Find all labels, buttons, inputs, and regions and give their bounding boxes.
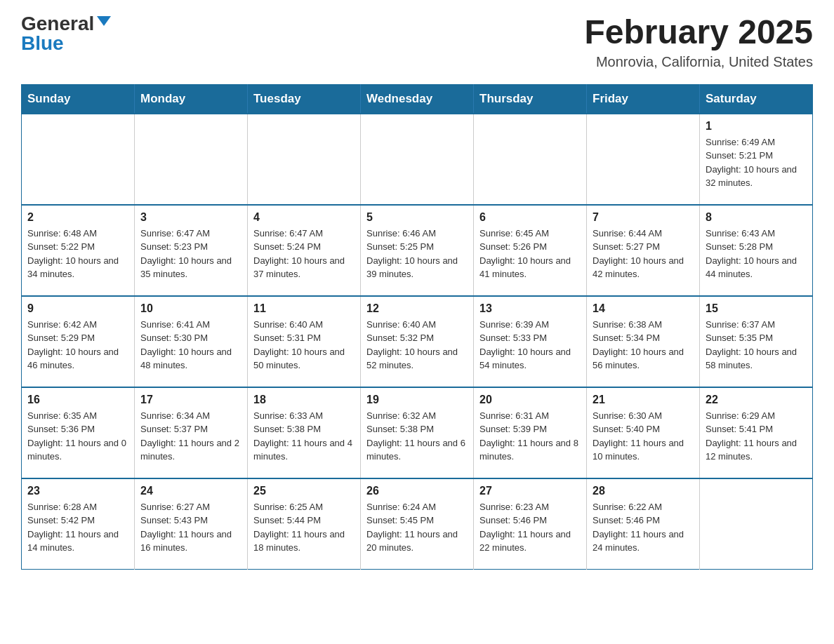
logo-arrow-icon (97, 16, 111, 26)
calendar-cell: 11Sunrise: 6:40 AM Sunset: 5:31 PM Dayli… (248, 296, 361, 387)
calendar-cell: 26Sunrise: 6:24 AM Sunset: 5:45 PM Dayli… (361, 478, 474, 570)
day-of-week-wednesday: Wednesday (361, 84, 474, 114)
day-info: Sunrise: 6:24 AM Sunset: 5:45 PM Dayligh… (366, 500, 468, 555)
page-header: General Blue February 2025 Monrovia, Cal… (21, 14, 813, 70)
day-info: Sunrise: 6:23 AM Sunset: 5:46 PM Dayligh… (479, 500, 581, 555)
day-number: 3 (140, 211, 241, 224)
day-info: Sunrise: 6:39 AM Sunset: 5:33 PM Dayligh… (479, 318, 581, 373)
day-of-week-monday: Monday (135, 84, 248, 114)
calendar-cell (474, 114, 587, 205)
day-number: 20 (479, 394, 581, 406)
day-number: 26 (366, 485, 468, 497)
calendar-cell: 22Sunrise: 6:29 AM Sunset: 5:41 PM Dayli… (700, 387, 813, 478)
calendar-cell: 14Sunrise: 6:38 AM Sunset: 5:34 PM Dayli… (587, 296, 700, 387)
calendar-cell: 15Sunrise: 6:37 AM Sunset: 5:35 PM Dayli… (700, 296, 813, 387)
calendar-cell: 19Sunrise: 6:32 AM Sunset: 5:38 PM Dayli… (361, 387, 474, 478)
day-info: Sunrise: 6:49 AM Sunset: 5:21 PM Dayligh… (706, 135, 807, 190)
calendar-cell (135, 114, 248, 205)
calendar-cell: 24Sunrise: 6:27 AM Sunset: 5:43 PM Dayli… (135, 478, 248, 570)
day-number: 24 (140, 485, 241, 497)
calendar-cell (361, 114, 474, 205)
calendar-cell (700, 478, 813, 570)
day-info: Sunrise: 6:34 AM Sunset: 5:37 PM Dayligh… (140, 409, 241, 464)
day-number: 7 (593, 211, 694, 224)
day-of-week-thursday: Thursday (474, 84, 587, 114)
week-row-2: 2Sunrise: 6:48 AM Sunset: 5:22 PM Daylig… (22, 205, 813, 296)
day-number: 5 (366, 211, 468, 224)
day-info: Sunrise: 6:27 AM Sunset: 5:43 PM Dayligh… (140, 500, 241, 555)
calendar-cell: 25Sunrise: 6:25 AM Sunset: 5:44 PM Dayli… (248, 478, 361, 570)
calendar-header: SundayMondayTuesdayWednesdayThursdayFrid… (22, 84, 813, 114)
calendar-cell: 4Sunrise: 6:47 AM Sunset: 5:24 PM Daylig… (248, 205, 361, 296)
day-info: Sunrise: 6:46 AM Sunset: 5:25 PM Dayligh… (366, 227, 468, 281)
day-number: 21 (593, 394, 694, 406)
location: Monrovia, California, United States (584, 54, 813, 70)
day-info: Sunrise: 6:43 AM Sunset: 5:28 PM Dayligh… (706, 227, 807, 281)
day-info: Sunrise: 6:45 AM Sunset: 5:26 PM Dayligh… (479, 227, 581, 281)
day-number: 14 (593, 302, 694, 315)
day-number: 19 (366, 394, 468, 406)
month-title: February 2025 (584, 14, 813, 51)
day-info: Sunrise: 6:28 AM Sunset: 5:42 PM Dayligh… (27, 500, 128, 555)
day-info: Sunrise: 6:33 AM Sunset: 5:38 PM Dayligh… (253, 409, 355, 464)
day-info: Sunrise: 6:41 AM Sunset: 5:30 PM Dayligh… (140, 318, 241, 373)
day-number: 28 (593, 485, 694, 497)
day-info: Sunrise: 6:44 AM Sunset: 5:27 PM Dayligh… (593, 227, 694, 281)
calendar-cell: 13Sunrise: 6:39 AM Sunset: 5:33 PM Dayli… (474, 296, 587, 387)
calendar-cell: 3Sunrise: 6:47 AM Sunset: 5:23 PM Daylig… (135, 205, 248, 296)
day-info: Sunrise: 6:48 AM Sunset: 5:22 PM Dayligh… (27, 227, 128, 281)
logo-blue: Blue (21, 34, 64, 53)
day-info: Sunrise: 6:22 AM Sunset: 5:46 PM Dayligh… (593, 500, 694, 555)
calendar-cell: 9Sunrise: 6:42 AM Sunset: 5:29 PM Daylig… (22, 296, 135, 387)
calendar-cell (22, 114, 135, 205)
day-info: Sunrise: 6:38 AM Sunset: 5:34 PM Dayligh… (593, 318, 694, 373)
day-number: 23 (27, 485, 128, 497)
title-area: February 2025 Monrovia, California, Unit… (584, 14, 813, 70)
calendar-cell: 18Sunrise: 6:33 AM Sunset: 5:38 PM Dayli… (248, 387, 361, 478)
calendar-cell: 2Sunrise: 6:48 AM Sunset: 5:22 PM Daylig… (22, 205, 135, 296)
calendar-cell: 8Sunrise: 6:43 AM Sunset: 5:28 PM Daylig… (700, 205, 813, 296)
day-number: 8 (706, 211, 807, 224)
day-info: Sunrise: 6:47 AM Sunset: 5:23 PM Dayligh… (140, 227, 241, 281)
day-number: 6 (479, 211, 581, 224)
day-info: Sunrise: 6:31 AM Sunset: 5:39 PM Dayligh… (479, 409, 581, 464)
calendar-cell: 6Sunrise: 6:45 AM Sunset: 5:26 PM Daylig… (474, 205, 587, 296)
calendar-cell: 27Sunrise: 6:23 AM Sunset: 5:46 PM Dayli… (474, 478, 587, 570)
day-number: 1 (706, 120, 807, 133)
calendar-cell (587, 114, 700, 205)
calendar-cell: 7Sunrise: 6:44 AM Sunset: 5:27 PM Daylig… (587, 205, 700, 296)
day-info: Sunrise: 6:25 AM Sunset: 5:44 PM Dayligh… (253, 500, 355, 555)
calendar-cell: 1Sunrise: 6:49 AM Sunset: 5:21 PM Daylig… (700, 114, 813, 205)
day-number: 11 (253, 302, 355, 315)
day-number: 16 (27, 394, 128, 406)
calendar-cell: 23Sunrise: 6:28 AM Sunset: 5:42 PM Dayli… (22, 478, 135, 570)
calendar-cell: 10Sunrise: 6:41 AM Sunset: 5:30 PM Dayli… (135, 296, 248, 387)
day-number: 12 (366, 302, 468, 315)
day-info: Sunrise: 6:35 AM Sunset: 5:36 PM Dayligh… (27, 409, 128, 464)
day-info: Sunrise: 6:42 AM Sunset: 5:29 PM Dayligh… (27, 318, 128, 373)
day-number: 22 (706, 394, 807, 406)
week-row-3: 9Sunrise: 6:42 AM Sunset: 5:29 PM Daylig… (22, 296, 813, 387)
day-number: 13 (479, 302, 581, 315)
day-of-week-friday: Friday (587, 84, 700, 114)
day-number: 2 (27, 211, 128, 224)
day-info: Sunrise: 6:32 AM Sunset: 5:38 PM Dayligh… (366, 409, 468, 464)
day-number: 17 (140, 394, 241, 406)
day-of-week-sunday: Sunday (22, 84, 135, 114)
calendar-cell: 12Sunrise: 6:40 AM Sunset: 5:32 PM Dayli… (361, 296, 474, 387)
logo-general: General (21, 14, 94, 34)
day-number: 25 (253, 485, 355, 497)
day-of-week-tuesday: Tuesday (248, 84, 361, 114)
day-number: 10 (140, 302, 241, 315)
calendar-cell: 20Sunrise: 6:31 AM Sunset: 5:39 PM Dayli… (474, 387, 587, 478)
calendar-cell: 17Sunrise: 6:34 AM Sunset: 5:37 PM Dayli… (135, 387, 248, 478)
day-of-week-saturday: Saturday (700, 84, 813, 114)
day-info: Sunrise: 6:29 AM Sunset: 5:41 PM Dayligh… (706, 409, 807, 464)
day-info: Sunrise: 6:47 AM Sunset: 5:24 PM Dayligh… (253, 227, 355, 281)
days-of-week-row: SundayMondayTuesdayWednesdayThursdayFrid… (22, 84, 813, 114)
calendar-cell: 16Sunrise: 6:35 AM Sunset: 5:36 PM Dayli… (22, 387, 135, 478)
week-row-5: 23Sunrise: 6:28 AM Sunset: 5:42 PM Dayli… (22, 478, 813, 570)
calendar-cell: 28Sunrise: 6:22 AM Sunset: 5:46 PM Dayli… (587, 478, 700, 570)
day-info: Sunrise: 6:30 AM Sunset: 5:40 PM Dayligh… (593, 409, 694, 464)
day-number: 15 (706, 302, 807, 315)
